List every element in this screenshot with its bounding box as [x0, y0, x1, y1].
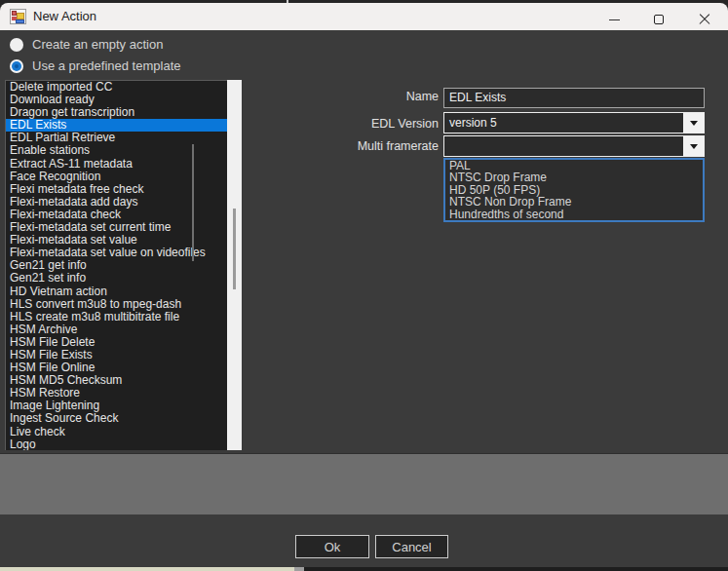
background-window-edge: [0, 567, 294, 571]
chevron-down-icon: [690, 144, 698, 149]
template-list[interactable]: Delete imported CC Download ready Dragon…: [5, 80, 227, 450]
cancel-button[interactable]: Cancel: [375, 535, 448, 558]
template-list-item[interactable]: HSM File Delete: [6, 336, 227, 349]
name-label: Name: [283, 90, 439, 103]
radio-create-empty-action[interactable]: Create an empty action: [10, 37, 163, 52]
minimize-button[interactable]: [592, 6, 636, 33]
template-list-item[interactable]: Logo: [6, 438, 227, 450]
ok-button[interactable]: Ok: [295, 535, 369, 558]
template-list-item[interactable]: HSM Archive: [6, 324, 227, 336]
window-title: New Action: [33, 9, 96, 23]
list-inner-scrollbar-thumb[interactable]: [192, 144, 194, 261]
icon-yellow-square: [17, 13, 24, 19]
template-list-item[interactable]: HD Vietnam action: [6, 286, 227, 298]
radio-unselected-icon[interactable]: [10, 38, 23, 52]
template-list-item[interactable]: Live check: [6, 426, 227, 438]
template-list-item[interactable]: HLS create m3u8 multibitrate file: [6, 311, 227, 324]
dropdown-option[interactable]: NTSC Non Drop Frame: [445, 196, 703, 208]
name-input[interactable]: EDL Exists: [443, 88, 705, 108]
icon-blue-square: [16, 19, 24, 23]
description-panel: [0, 453, 728, 514]
radio-label: Use a predefined template: [32, 58, 180, 73]
template-list-item[interactable]: Ingest Source Check: [6, 412, 227, 425]
radio-selected-icon[interactable]: [10, 59, 23, 73]
template-list-item[interactable]: HLS convert m3u8 to mpeg-dash: [6, 298, 227, 311]
edl-version-combobox[interactable]: version 5: [443, 112, 705, 133]
edl-version-dropdown-button[interactable]: [683, 113, 704, 133]
chevron-down-icon: [690, 121, 698, 126]
title-bar[interactable]: New Action: [0, 3, 728, 30]
list-scrollbar-thumb[interactable]: [233, 209, 236, 289]
edl-version-value: version 5: [449, 116, 497, 130]
multi-framerate-dropdown-button[interactable]: [683, 136, 704, 156]
edl-version-label: EDL Version: [283, 117, 439, 131]
app-form-icon: [10, 9, 26, 24]
list-scrollbar[interactable]: [227, 80, 242, 450]
multi-framerate-label: Multi framerate: [283, 139, 439, 153]
close-button[interactable]: [681, 6, 728, 33]
multi-framerate-dropdown-list[interactable]: PAL NTSC Drop Frame HD 50P (50 FPS) NTSC…: [443, 158, 705, 222]
minimize-icon: [609, 19, 620, 20]
template-list-item[interactable]: Gen21 set info: [6, 272, 227, 285]
dialog-body: Create an empty action Use a predefined …: [0, 30, 728, 567]
new-action-dialog: New Action Create an empty action Use a …: [0, 0, 728, 571]
maximize-icon: [654, 15, 664, 24]
close-icon: [699, 14, 710, 25]
dropdown-option[interactable]: NTSC Drop Frame: [445, 171, 703, 183]
dropdown-option[interactable]: Hundredths of second: [445, 209, 703, 220]
background-notch: [294, 567, 304, 571]
radio-use-predefined-template[interactable]: Use a predefined template: [10, 58, 180, 73]
radio-label: Create an empty action: [32, 37, 163, 52]
background-bottom-strip: [0, 567, 728, 571]
multi-framerate-combobox[interactable]: [443, 135, 705, 157]
maximize-button[interactable]: [636, 6, 681, 33]
